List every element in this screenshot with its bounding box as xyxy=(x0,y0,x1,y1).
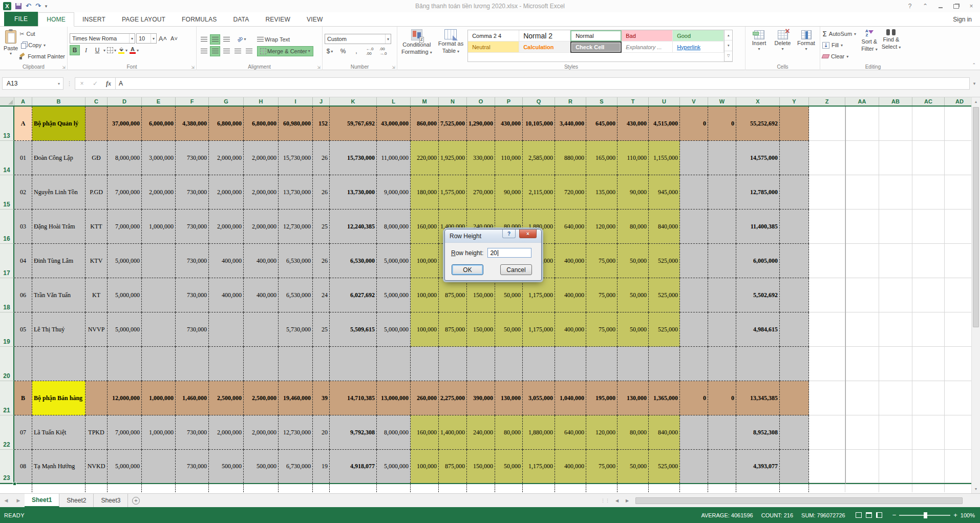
cell-J23[interactable]: 19 xyxy=(313,450,330,483)
cell-AB18[interactable] xyxy=(879,278,912,312)
cell-M16[interactable]: 160,000 xyxy=(411,210,439,244)
cell-AA15[interactable] xyxy=(845,175,879,210)
cell-R13[interactable]: 3,440,000 xyxy=(555,107,586,141)
row-header-22[interactable]: 22 xyxy=(0,415,14,450)
tab-data[interactable]: DATA xyxy=(225,12,257,26)
cell-K13[interactable]: 59,767,692 xyxy=(330,107,377,141)
cell-W17[interactable] xyxy=(708,244,736,278)
cell-Y16[interactable] xyxy=(780,210,809,244)
cell-AC16[interactable] xyxy=(912,210,945,244)
cell-R15[interactable]: 720,000 xyxy=(555,175,586,210)
cell-AA22[interactable] xyxy=(845,415,879,450)
cell-S13[interactable]: 645,000 xyxy=(586,107,617,141)
column-header-P[interactable]: P xyxy=(495,97,523,106)
cell-G21[interactable]: 2,500,000 xyxy=(209,381,244,415)
cell-X22[interactable]: 8,952,308 xyxy=(736,415,780,450)
align-right-icon[interactable] xyxy=(221,46,231,56)
cell-U22[interactable]: 840,000 xyxy=(649,415,680,450)
column-header-D[interactable]: D xyxy=(108,97,142,106)
cell-J18[interactable]: 24 xyxy=(313,278,330,312)
increase-font-icon[interactable]: A˄ xyxy=(158,33,168,44)
column-header-B[interactable]: B xyxy=(32,97,86,106)
cell-L16[interactable]: 8,000,000 xyxy=(377,210,411,244)
cell-N13[interactable]: 7,525,000 xyxy=(439,107,467,141)
alignment-dialog-launcher-icon[interactable]: ⇲ xyxy=(317,65,321,70)
cell-E16[interactable]: 1,000,000 xyxy=(142,210,176,244)
cell-K21[interactable]: 14,710,385 xyxy=(330,381,377,415)
cell-W23[interactable] xyxy=(708,450,736,483)
cell-I14[interactable]: 15,730,000 xyxy=(279,141,313,175)
cell-Z22[interactable] xyxy=(809,415,845,450)
scroll-right-icon[interactable]: ▶ xyxy=(622,498,632,503)
cell-B22[interactable]: Lã Tuấn Kiệt xyxy=(32,415,86,450)
cell-S22[interactable]: 120,000 xyxy=(586,415,617,450)
cell-A22[interactable]: 07 xyxy=(14,415,32,450)
cell-C22[interactable]: TPKD xyxy=(86,415,108,450)
cell-W14[interactable] xyxy=(708,141,736,175)
column-header-F[interactable]: F xyxy=(176,97,209,106)
cell-E13[interactable]: 6,000,000 xyxy=(142,107,176,141)
formula-bar-grip[interactable]: ⋮ xyxy=(63,80,75,87)
borders-icon[interactable]: ▾ xyxy=(106,45,117,55)
cell-T18[interactable]: 50,000 xyxy=(617,278,649,312)
cell-Z15[interactable] xyxy=(809,175,845,210)
cell-N14[interactable]: 1,925,000 xyxy=(439,141,467,175)
number-format-select[interactable]: Custom ▾ xyxy=(325,34,391,44)
cell-B19[interactable]: Lê Thị Thuỷ xyxy=(32,312,86,347)
cell-B17[interactable]: Đinh Tùng Lâm xyxy=(32,244,86,278)
cell-I15[interactable]: 13,730,000 xyxy=(279,175,313,210)
cell-A19[interactable]: 05 xyxy=(14,312,32,347)
row-header-15[interactable]: 15 xyxy=(0,175,14,210)
cell-C23[interactable]: NVKD xyxy=(86,450,108,483)
ok-button[interactable]: OK xyxy=(452,264,483,275)
cell-C21[interactable] xyxy=(86,381,108,415)
cell-D23[interactable]: 5,000,000 xyxy=(108,450,142,483)
cell-U15[interactable]: 945,000 xyxy=(649,175,680,210)
comma-style-icon[interactable]: , xyxy=(351,46,361,56)
gallery-up-icon[interactable]: ▴ xyxy=(725,30,732,40)
cell-R22[interactable]: 640,000 xyxy=(555,415,586,450)
cell-W16[interactable] xyxy=(708,210,736,244)
cell-AB16[interactable] xyxy=(879,210,912,244)
cell-J21[interactable]: 39 xyxy=(313,381,330,415)
cell-D20[interactable] xyxy=(108,347,142,381)
cell-AA19[interactable] xyxy=(845,312,879,347)
cell-V23[interactable] xyxy=(680,450,708,483)
cell-H14[interactable]: 2,000,000 xyxy=(244,141,279,175)
cell-X23[interactable]: 4,393,077 xyxy=(736,450,780,483)
conditional-formatting-button[interactable]: Conditional Formatting ▾ xyxy=(399,28,434,62)
cell-F19[interactable]: 730,000 xyxy=(176,312,209,347)
fill-button[interactable]: ↓ Fill ▾ xyxy=(822,40,856,51)
cell-AD16[interactable] xyxy=(945,210,975,244)
column-header-I[interactable]: I xyxy=(279,97,313,106)
scroll-up-icon[interactable]: ▴ xyxy=(972,97,980,106)
cell-K23[interactable]: 4,918,077 xyxy=(330,450,377,483)
sheet-nav-left-icon[interactable]: ◀ xyxy=(0,494,12,507)
cell-H16[interactable]: 2,000,000 xyxy=(244,210,279,244)
cell-N19[interactable]: 875,000 xyxy=(439,312,467,347)
cell-Z18[interactable] xyxy=(809,278,845,312)
cell-J14[interactable]: 26 xyxy=(313,141,330,175)
cell-I20[interactable] xyxy=(279,347,313,381)
cell-AC21[interactable] xyxy=(912,381,945,415)
cell-E21[interactable]: 1,000,000 xyxy=(142,381,176,415)
align-left-icon[interactable] xyxy=(199,46,209,56)
column-header-J[interactable]: J xyxy=(313,97,330,106)
column-header-M[interactable]: M xyxy=(411,97,439,106)
column-header-T[interactable]: T xyxy=(617,97,649,106)
cell-AB14[interactable] xyxy=(879,141,912,175)
cell-A15[interactable]: 02 xyxy=(14,175,32,210)
align-bottom-icon[interactable] xyxy=(221,34,231,45)
cell-M20[interactable] xyxy=(411,347,439,381)
cell-G14[interactable]: 2,000,000 xyxy=(209,141,244,175)
cell-N15[interactable]: 1,575,000 xyxy=(439,175,467,210)
cell-E19[interactable] xyxy=(142,312,176,347)
cell-J17[interactable]: 26 xyxy=(313,244,330,278)
cell-K20[interactable] xyxy=(330,347,377,381)
cell-S21[interactable]: 195,000 xyxy=(586,381,617,415)
cell-AC14[interactable] xyxy=(912,141,945,175)
cell-D15[interactable]: 7,000,000 xyxy=(108,175,142,210)
restore-icon[interactable] xyxy=(949,2,963,11)
row-height-input[interactable]: 20 xyxy=(487,248,531,258)
cell-AC18[interactable] xyxy=(912,278,945,312)
